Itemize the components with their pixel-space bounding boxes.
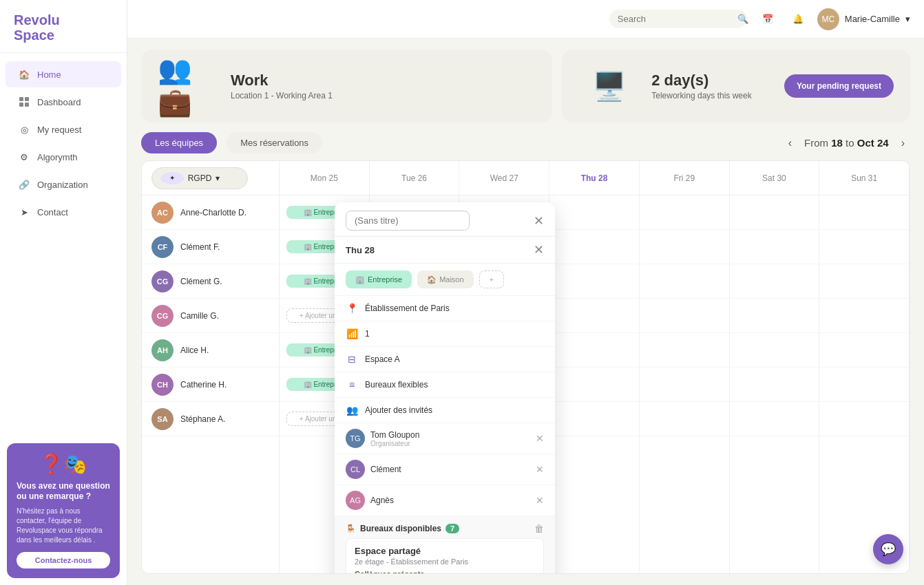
guest-remove-0[interactable]: ✕ (536, 433, 544, 444)
date-navigation: ‹ From 18 to Oct 24 › (783, 134, 910, 152)
request-icon: ◎ (18, 123, 30, 136)
day-header-fri: Fri 29 (640, 161, 730, 195)
day-header-mon: Mon 25 (280, 161, 370, 195)
chip-maison-popup[interactable]: 🏠 Maison (417, 270, 473, 288)
guest-person-1: CL Clément (346, 460, 401, 479)
contact-icon: ➤ (18, 206, 30, 218)
calendar-grid: ✦ RGPD ▾ AC Anne-Charlotte D. CF Clément… (141, 160, 910, 574)
guest-avatar-2: AG (346, 491, 365, 510)
guest-person-0: TG Tom Gloupon Organisateur (346, 429, 419, 448)
person-avatar-1: CF (151, 236, 174, 258)
days-body: 🏢 Entreprise 🏢 Entreprise 🏢 Entreprise +… (280, 195, 910, 573)
person-name-3: Camille G. (180, 311, 219, 321)
popup-add-guests[interactable]: 👥 Ajouter des invités (335, 398, 555, 423)
prev-week-button[interactable]: ‹ (783, 134, 797, 152)
next-week-button[interactable]: › (896, 134, 910, 152)
col-sat (730, 195, 820, 573)
popup-close-button[interactable]: ✕ (534, 213, 544, 228)
hero-remote-card: 🖥️ 2 day(s) Teleworking days this week Y… (562, 50, 910, 123)
svg-rect-0 (19, 97, 23, 101)
space-card: Espace partagé 2e étage - Établissement … (346, 538, 544, 573)
people-column: ✦ RGPD ▾ AC Anne-Charlotte D. CF Clément… (142, 161, 280, 573)
sidebar-item-dashboard[interactable]: Dashboard (6, 89, 121, 115)
chip-add-popup[interactable]: + (479, 270, 504, 288)
sidebar-item-label: Organization (37, 180, 88, 190)
team-chevron-icon: ▾ (216, 173, 239, 183)
date-to: Oct 24 (857, 137, 889, 149)
popup-close-button2[interactable]: ✕ (534, 242, 544, 257)
popup-type-field: ≡ Bureaux flexibles (335, 372, 555, 398)
user-name: Marie-Camille (845, 14, 900, 24)
team-selector[interactable]: ✦ RGPD ▾ (151, 167, 248, 189)
contact-button[interactable]: Contactez-nous (17, 552, 110, 568)
popup-type-value: Bureaux flexibles (365, 380, 428, 390)
tab-reservations[interactable]: Mes réservations (227, 132, 322, 153)
person-name-6: Stéphane A. (180, 414, 225, 424)
date-from: 18 (831, 137, 843, 149)
popup-add-guests-label: Ajouter des invités (365, 405, 432, 415)
available-count: 7 (445, 524, 459, 533)
search-input[interactable] (618, 14, 733, 24)
calendar-icon[interactable]: 📅 (757, 8, 779, 30)
person-avatar-3: CG (151, 305, 174, 327)
days-area: Mon 25 Tue 26 Wed 27 Thu 28 Fri 29 Sat 3… (280, 161, 910, 573)
user-menu[interactable]: MC Marie-Camille ▾ (817, 8, 910, 30)
help-illustration: ❓🎭 (17, 453, 110, 476)
logo: Revolu Space (0, 0, 127, 53)
person-name-1: Clément F. (180, 242, 220, 252)
sidebar-item-label: Home (37, 70, 61, 80)
booking-popup: ✕ Thu 28 ✕ (335, 202, 555, 573)
guest-role-0: Organisateur (370, 440, 419, 447)
team-icon: ✦ (160, 172, 184, 184)
person-name-0: Anne-Charlotte D. (180, 208, 246, 217)
chip-entreprise-popup[interactable]: 🏢 Entreprise (346, 270, 412, 288)
chat-icon: 💬 (881, 542, 896, 557)
pending-request-button[interactable]: Your pending request (784, 74, 894, 98)
chat-fab[interactable]: 💬 (873, 534, 903, 564)
notifications-icon[interactable]: 🔔 (787, 8, 809, 30)
work-subtitle: Location 1 - Working Area 1 (231, 91, 333, 100)
sidebar-item-home[interactable]: 🏠 Home (6, 61, 121, 87)
sidebar-item-organization[interactable]: 🔗 Organization (6, 171, 121, 198)
remote-days: 2 day(s) (651, 72, 751, 89)
popup-header: ✕ (335, 202, 555, 237)
guest-remove-2[interactable]: ✕ (536, 495, 544, 506)
popup-location-value: Établissement de Paris (365, 304, 450, 313)
day-header-thu: Thu 28 (549, 161, 640, 195)
popup-title-input[interactable] (346, 211, 470, 231)
available-label-text: Bureaux disponibles (360, 524, 441, 533)
help-description: N'hésitez pas à nous contacter, l'équipe… (17, 507, 110, 545)
remote-illustration: 🖥️ (578, 62, 640, 110)
person-name-4: Alice H. (180, 345, 209, 355)
popup-date: Thu 28 (346, 245, 375, 255)
guest-remove-1[interactable]: ✕ (536, 464, 544, 475)
popup-date-row: Thu 28 ✕ (335, 237, 555, 264)
sidebar-item-label: My request (37, 125, 81, 135)
sidebar-item-algorymth[interactable]: ⚙ Algorymth (6, 144, 121, 170)
colleagues-section: Collègues présents CL Clément (355, 570, 535, 573)
hero-row: 👥💼 Work Location 1 - Working Area 1 🖥️ 2… (141, 50, 910, 123)
person-avatar-6: SA (151, 408, 174, 430)
sidebar-item-label: Contact (37, 207, 68, 217)
sidebar-item-my-request[interactable]: ◎ My request (6, 116, 121, 142)
sidebar-item-contact[interactable]: ➤ Contact (6, 199, 121, 225)
grid-icon: ⊟ (346, 354, 358, 365)
day-header-tue: Tue 26 (370, 161, 460, 195)
hero-right: Your pending request (784, 74, 894, 98)
available-header: 🪑 Bureaux disponibles 7 🗑 (346, 523, 544, 534)
search-box[interactable]: 🔍 (609, 10, 747, 28)
available-delete-button[interactable]: 🗑 (534, 523, 544, 534)
guest-row-1: CL Clément ✕ (335, 454, 555, 485)
hero-work-card: 👥💼 Work Location 1 - Working Area 1 (141, 50, 552, 123)
main-content: 🔍 📅 🔔 MC Marie-Camille ▾ 👥💼 Work (127, 0, 924, 585)
guest-avatar-1: CL (346, 460, 365, 479)
svg-rect-1 (25, 97, 29, 101)
algorymth-icon: ⚙ (18, 151, 30, 163)
desk-icon: 🪑 (346, 524, 356, 533)
signal-icon: 📶 (346, 328, 358, 339)
person-avatar-0: AC (151, 202, 174, 224)
people-icon: 👥 (346, 405, 358, 416)
tab-equipes[interactable]: Les équipes (141, 132, 217, 153)
topbar-icons: 📅 🔔 MC Marie-Camille ▾ (757, 8, 910, 30)
person-name-2: Clément G. (180, 277, 222, 286)
